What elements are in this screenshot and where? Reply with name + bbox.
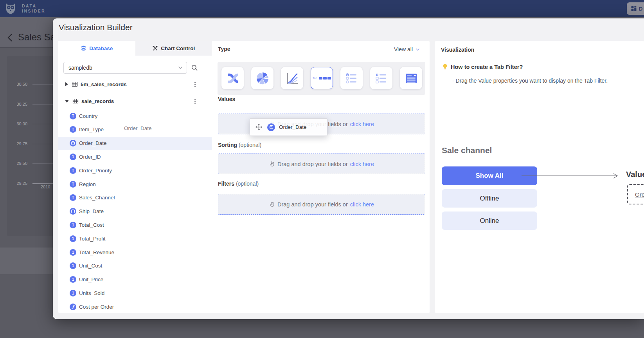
sorting-section-label: Sorting (optional) [218,142,261,148]
field-label: Total_Revenue [79,249,114,255]
search-icon[interactable] [191,64,198,71]
field-row-unit-cost[interactable]: 1 Unit_Cost [58,259,212,273]
chart-type-line[interactable] [281,67,303,89]
number-field-icon: 1 [70,276,76,283]
view-all-button[interactable]: View all [394,46,420,52]
annotation-group-link[interactable]: Group [635,191,644,198]
field-label: Order_ID [79,154,101,160]
chart-y-tick-label: 30.00 [7,121,27,126]
chart-type-tab-filter[interactable]: Tab [311,67,333,89]
preview-widget-title: Sale channel [442,146,492,155]
annotation-arrow [520,172,621,179]
date-field-icon [267,123,275,131]
dropdown-table-icon [404,71,418,85]
field-label: Ship_Date [79,208,104,214]
caret-down-icon[interactable] [65,100,69,103]
field-row-unit-price[interactable]: 1 Unit_Price [58,273,212,286]
annotation-value-label: Value [626,170,644,179]
filters-placeholder: Drag and drop your fields or [277,201,348,208]
number-field-icon: 1 [70,154,76,160]
field-row-order-id[interactable]: 1 Order_ID [58,150,212,163]
number-field-icon: 1 [70,235,76,242]
sankey-icon [226,71,240,85]
database-panel: Database Chart Control sampledb [58,41,212,313]
field-row-total-revenue[interactable]: 1 Total_Revenue [58,246,212,259]
dashboard-button[interactable]: D [627,2,644,15]
tab-filter-option-offline[interactable]: Offline [442,189,537,208]
chart-y-tick-label: 29.25 [7,181,27,186]
table-menu-kebab-icon[interactable] [191,98,198,105]
tab-filter-icon-label: Tab [313,77,317,80]
field-row-ship-date[interactable]: Ship_Date [58,205,212,218]
tab-chart-control[interactable]: Chart Control [135,41,212,56]
filters-dropzone[interactable]: Drag and drop your fields or click here [218,194,425,215]
filters-section-label: Filters (optional) [218,181,259,187]
screen: Sales Sa 30.5030.2530.0029.7529.5029.25 … [0,0,644,338]
logo-line-2: INSIDER [22,9,45,14]
app-logo-text: DATA INSIDER [22,4,45,14]
dashboard-button-label: D [639,6,642,12]
sorting-click-here-link[interactable]: click here [350,161,374,167]
chart-type-checkbox-list[interactable] [370,67,392,89]
left-panel-tabs: Database Chart Control [58,41,212,56]
field-row-country[interactable]: T Country [58,109,212,123]
radio-list-icon [345,71,359,85]
field-row-units-sold[interactable]: 1 Units_Sold [58,286,212,300]
sorting-label-text: Sorting [218,142,237,148]
view-all-label: View all [394,46,413,52]
pie-chart-icon [255,71,270,85]
tools-icon [152,45,158,51]
table-row-5m-sales-records[interactable]: 5m_sales_records [58,78,212,91]
sorting-dropzone[interactable]: Drag and drop your fields or click here [218,154,425,174]
table-row-sale-records[interactable]: sale_records [58,94,212,108]
tab-database[interactable]: Database [58,41,135,56]
background-tab-band: Tab Year Qu [0,248,53,274]
table-menu-kebab-icon[interactable] [191,81,198,88]
field-label: Country [79,113,97,119]
chart-type-pie[interactable] [251,67,273,89]
tab-filter-option-online[interactable]: Online [442,211,537,230]
table-label: sale_records [81,98,114,104]
field-label: Total_Cost [79,222,104,228]
field-row-total-cost[interactable]: 1 Total_Cost [58,218,212,231]
filters-optional-text: (optional) [236,181,259,187]
date-field-icon [70,140,76,146]
database-icon [81,45,86,51]
caret-right-icon[interactable] [65,82,68,86]
chevron-down-icon [416,48,420,51]
field-row-total-profit[interactable]: 1 Total_Profit [58,232,212,245]
number-field-icon: 1 [70,290,76,296]
tip-body: - Drag the Value properties you want to … [452,78,608,84]
chart-config-panel: Type View all [212,41,430,313]
field-label: Item_Type [79,127,104,132]
lightbulb-icon [442,63,448,70]
text-field-icon: T [70,126,76,133]
move-icon [255,123,263,131]
drag-hand-icon [269,161,275,167]
chart-type-strip: Tab [218,62,425,95]
sorting-optional-text: (optional) [239,142,261,148]
values-label-text: Values [218,96,235,102]
function-field-icon: ƒ [70,304,76,310]
annotation-group-box: Group [627,184,644,204]
dragging-field-label: Order_Date [279,124,307,130]
values-section-label: Values [218,96,235,102]
back-chevron-icon [6,33,13,42]
database-select[interactable]: sampledb [63,62,187,74]
filters-label-text: Filters [218,181,234,187]
field-row-region[interactable]: T Region [58,177,212,191]
field-label: Order_Priority [79,168,112,174]
field-row-order-date[interactable]: Order_Date [58,137,212,150]
field-row-cost-per-order[interactable]: ƒ Cost per Order [58,300,212,313]
chart-type-radio-list[interactable] [340,67,363,89]
chart-type-dropdown-table[interactable] [400,67,422,89]
chart-type-sankey[interactable] [221,67,244,89]
field-row-order-priority[interactable]: T Order_Priority [58,164,212,177]
filters-click-here-link[interactable]: click here [350,201,374,208]
field-row-sales-channel[interactable]: T Sales_Channel [58,191,212,204]
dragging-field-card[interactable]: Order_Date [250,118,327,136]
values-click-here-link[interactable]: click here [350,121,374,127]
drag-hand-icon [269,201,275,207]
date-field-icon [70,208,76,215]
modal-title: Visualization Builder [59,23,133,32]
